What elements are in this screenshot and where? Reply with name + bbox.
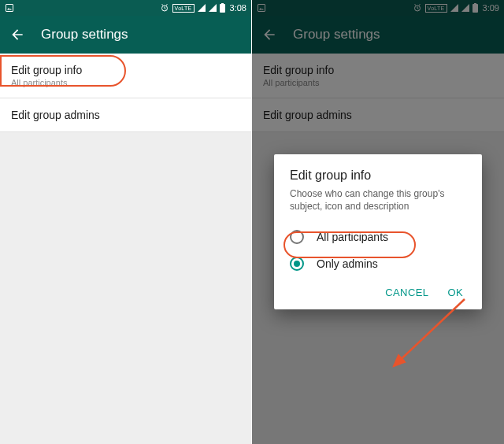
screen-right: VoLTE 3:09 Group settings Edit group inf… [252, 0, 504, 444]
svg-rect-2 [220, 4, 225, 13]
signal-icon [198, 4, 206, 12]
dialog-description: Choose who can change this group's subje… [290, 187, 466, 213]
list-item-label: Edit group admins [11, 109, 240, 121]
status-bar: VoLTE 3:08 [0, 0, 251, 16]
radio-label: Only admins [317, 257, 378, 270]
list-item-edit-group-info[interactable]: Edit group info All participants [0, 54, 251, 98]
ok-button[interactable]: OK [447, 287, 463, 298]
dialog-actions: CANCEL OK [290, 277, 466, 303]
page-title: Group settings [41, 27, 128, 43]
dialog-edit-group-info: Edit group info Choose who can change th… [274, 154, 482, 309]
back-arrow-icon[interactable] [9, 27, 25, 43]
list-item-sub: All participants [11, 78, 240, 87]
radio-option-all-participants[interactable]: All participants [290, 224, 466, 250]
settings-list: Edit group info All participants Edit gr… [0, 54, 251, 132]
radio-label: All participants [317, 231, 388, 243]
cancel-button[interactable]: CANCEL [385, 287, 428, 298]
svg-rect-3 [221, 3, 224, 5]
picture-icon [5, 3, 14, 13]
clock-text: 3:08 [230, 3, 246, 13]
screen-left: VoLTE 3:08 Group settings Edit group inf… [0, 0, 252, 444]
dialog-title: Edit group info [290, 168, 466, 183]
radio-option-only-admins[interactable]: Only admins [290, 250, 466, 277]
battery-icon [220, 3, 225, 13]
alarm-icon [160, 3, 169, 13]
app-bar: Group settings [0, 16, 251, 54]
list-item-edit-group-admins[interactable]: Edit group admins [0, 98, 251, 132]
svg-rect-0 [6, 5, 13, 12]
radio-icon [290, 230, 304, 244]
list-item-label: Edit group info [11, 64, 240, 76]
volte-badge: VoLTE [172, 4, 195, 13]
signal-icon-2 [209, 4, 217, 12]
radio-icon [290, 257, 304, 271]
